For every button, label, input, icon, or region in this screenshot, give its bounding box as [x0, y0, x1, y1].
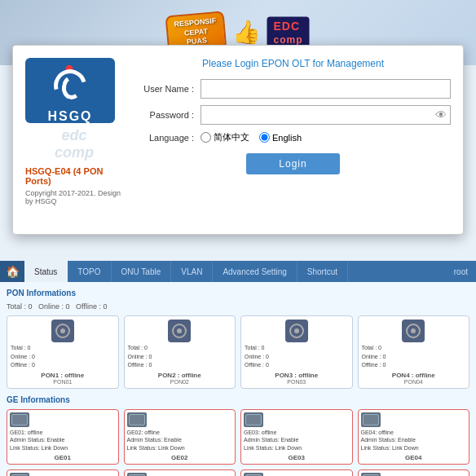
- ge4-info: GE04: offlineAdmin Status: EnableLink St…: [361, 429, 467, 452]
- nav-tab-vlan[interactable]: VLAN: [171, 261, 213, 282]
- pon4-stats: Total : 0Online : 0Offline : 0: [362, 344, 466, 370]
- ge-card-1[interactable]: GE01: offlineAdmin Status: EnableLink St…: [7, 409, 119, 465]
- password-row: Password : 👁: [135, 105, 451, 125]
- ge-card-4[interactable]: GE04: offlineAdmin Status: EnableLink St…: [358, 409, 470, 465]
- edc-comp-logo: EDCcomp: [267, 16, 310, 49]
- pon-grid: Total : 0Online : 0Offline : 0 PON1 : of…: [7, 315, 469, 389]
- login-logo-area: HSGQ edccomp HSGQ-E04 (4 PON Ports) Copy…: [25, 58, 123, 205]
- ge6-icon: [127, 473, 147, 476]
- pon-card-1[interactable]: Total : 0Online : 0Offline : 0 PON1 : of…: [7, 315, 119, 389]
- ge-card-6[interactable]: GE06: offlineAdmin Status: EnableLink St…: [124, 469, 236, 476]
- username-input[interactable]: [201, 79, 451, 99]
- password-wrapper: 👁: [201, 105, 451, 125]
- lang-english-radio[interactable]: [259, 132, 270, 143]
- svg-point-5: [294, 328, 299, 333]
- svg-point-1: [60, 328, 65, 333]
- hsgq-logo-box: HSGQ: [25, 58, 115, 123]
- ge-section-title: GE Informations: [7, 395, 469, 404]
- pon-section-title: PON Informations: [7, 289, 469, 298]
- ge3-name: GE03: [244, 454, 350, 461]
- pon1-icon: [51, 320, 74, 342]
- login-title: Please Login EPON OLT for Management: [135, 58, 451, 69]
- nav-user: root: [446, 261, 476, 282]
- ge-grid-row1: GE01: offlineAdmin Status: EnableLink St…: [7, 409, 469, 465]
- language-row: Language : 简体中文 English: [135, 131, 451, 143]
- pon3-name: PON3 : offline: [245, 372, 349, 379]
- pon-totals: Total : 0 Online : 0 Offline : 0: [7, 302, 469, 311]
- svg-point-7: [411, 328, 416, 333]
- pon2-name: PON2 : offline: [128, 372, 232, 379]
- ge1-name: GE01: [10, 454, 116, 461]
- pon-card-4[interactable]: Total : 0Online : 0Offline : 0 PON4 : of…: [358, 315, 470, 389]
- watermark: edccomp: [25, 127, 123, 161]
- pon2-stats: Total : 0Online : 0Offline : 0: [128, 344, 232, 370]
- nav-tab-advanced[interactable]: Advanced Setting: [213, 261, 297, 282]
- pon-card-2[interactable]: Total : 0Online : 0Offline : 0 PON2 : of…: [124, 315, 236, 389]
- ge-card-5[interactable]: GE05: offlineAdmin Status: EnableLink St…: [7, 469, 119, 476]
- device-title: HSGQ-E04 (4 PON Ports): [25, 166, 123, 186]
- copyright-text: Copyright 2017-2021. Design by HSGQ: [25, 189, 123, 205]
- pon1-name: PON1 : offline: [11, 372, 115, 379]
- lang-english-option[interactable]: English: [259, 132, 302, 143]
- ge2-info: GE02: offlineAdmin Status: EnableLink St…: [127, 429, 233, 452]
- login-button[interactable]: Login: [246, 153, 339, 174]
- login-modal: HSGQ edccomp HSGQ-E04 (4 PON Ports) Copy…: [12, 45, 464, 235]
- login-btn-row: Login: [135, 153, 451, 174]
- ge-card-2[interactable]: GE02: offlineAdmin Status: EnableLink St…: [124, 409, 236, 465]
- nav-bar: 🏠 Status TOPO ONU Table VLAN Advanced Se…: [0, 261, 476, 282]
- nav-tab-status[interactable]: Status: [24, 261, 68, 282]
- ge1-info: GE01: offlineAdmin Status: EnableLink St…: [10, 429, 116, 452]
- login-form: Please Login EPON OLT for Management Use…: [135, 58, 451, 205]
- ge5-icon: [10, 473, 29, 476]
- ge3-icon: [244, 412, 263, 427]
- lang-chinese-label: 简体中文: [214, 131, 249, 143]
- nav-tab-topo[interactable]: TOPO: [68, 261, 111, 282]
- nav-tab-onu[interactable]: ONU Table: [112, 261, 172, 282]
- password-label: Password :: [135, 110, 201, 120]
- eye-icon[interactable]: 👁: [435, 108, 447, 121]
- ge1-icon: [10, 412, 29, 427]
- username-label: User Name :: [135, 84, 201, 94]
- pon-card-3[interactable]: Total : 0Online : 0Offline : 0 PON3 : of…: [240, 315, 353, 389]
- ge-card-3[interactable]: GE03: offlineAdmin Status: EnableLink St…: [240, 409, 353, 465]
- svg-point-3: [177, 328, 182, 333]
- ge2-icon: [127, 412, 147, 427]
- ge3-info: GE03: offlineAdmin Status: EnableLink St…: [244, 429, 350, 452]
- ge-grid-row2: GE05: offlineAdmin Status: EnableLink St…: [7, 469, 469, 476]
- hsgq-text: HSGQ: [46, 109, 95, 123]
- pon3-icon: [285, 320, 308, 342]
- pon3-stats: Total : 0Online : 0Offline : 0: [245, 344, 349, 370]
- lang-english-label: English: [272, 133, 302, 143]
- pon2-icon: [168, 320, 191, 342]
- dashboard-main: PON Informations Total : 0 Online : 0 Of…: [0, 282, 476, 476]
- thumbs-up-icon: 👍: [232, 20, 261, 46]
- pon4-icon: [402, 320, 425, 342]
- ge4-icon: [361, 412, 381, 427]
- pon1-stats: Total : 0Online : 0Offline : 0: [11, 344, 115, 370]
- nav-home-icon[interactable]: 🏠: [0, 261, 24, 282]
- ge-section: GE Informations GE01: offlineAdmin Statu…: [7, 395, 469, 477]
- ge-card-8[interactable]: GE08: offlineAdmin Status: EnableLink St…: [358, 469, 470, 476]
- ge8-icon: [361, 473, 381, 476]
- language-label: Language :: [135, 133, 201, 143]
- lang-chinese-option[interactable]: 简体中文: [201, 131, 249, 143]
- ge4-name: GE04: [361, 454, 467, 461]
- lang-chinese-radio[interactable]: [201, 132, 211, 143]
- pon4-name: PON4 : offline: [362, 372, 466, 379]
- ge7-icon: [244, 473, 263, 476]
- nav-tab-shortcut[interactable]: Shortcut: [298, 261, 348, 282]
- ge2-name: GE02: [127, 454, 233, 461]
- hsgq-swirl: [46, 58, 95, 106]
- username-row: User Name :: [135, 79, 451, 99]
- language-radio-group: 简体中文 English: [201, 131, 302, 143]
- ge-card-7[interactable]: GE07: offlineAdmin Status: EnableLink St…: [240, 469, 353, 476]
- password-input[interactable]: [201, 105, 451, 125]
